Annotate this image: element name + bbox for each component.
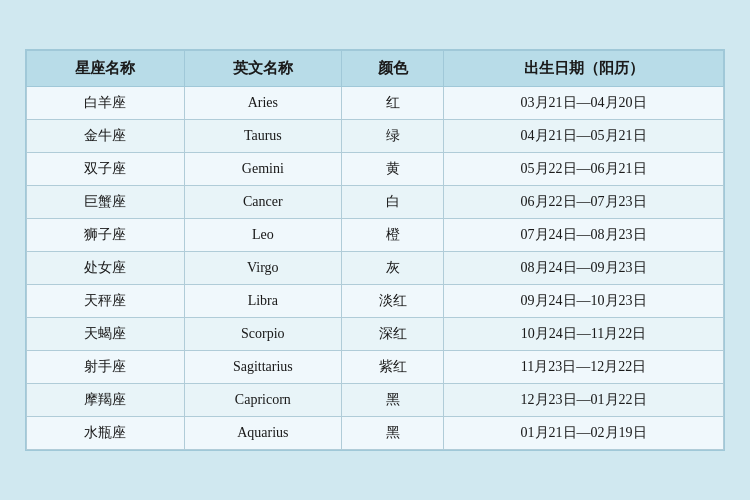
cell-color: 灰 bbox=[342, 252, 444, 285]
table-row: 双子座Gemini黄05月22日—06月21日 bbox=[27, 153, 724, 186]
table-row: 巨蟹座Cancer白06月22日—07月23日 bbox=[27, 186, 724, 219]
cell-color: 黑 bbox=[342, 384, 444, 417]
cell-dates: 10月24日—11月22日 bbox=[444, 318, 724, 351]
cell-color: 白 bbox=[342, 186, 444, 219]
cell-chinese-name: 射手座 bbox=[27, 351, 185, 384]
cell-english-name: Leo bbox=[184, 219, 342, 252]
cell-color: 绿 bbox=[342, 120, 444, 153]
cell-chinese-name: 白羊座 bbox=[27, 87, 185, 120]
cell-color: 深红 bbox=[342, 318, 444, 351]
cell-english-name: Gemini bbox=[184, 153, 342, 186]
cell-english-name: Cancer bbox=[184, 186, 342, 219]
header-chinese-name: 星座名称 bbox=[27, 51, 185, 87]
cell-english-name: Sagittarius bbox=[184, 351, 342, 384]
zodiac-table-container: 星座名称 英文名称 颜色 出生日期（阳历） 白羊座Aries红03月21日—04… bbox=[25, 49, 725, 451]
header-color: 颜色 bbox=[342, 51, 444, 87]
zodiac-table: 星座名称 英文名称 颜色 出生日期（阳历） 白羊座Aries红03月21日—04… bbox=[26, 50, 724, 450]
table-header-row: 星座名称 英文名称 颜色 出生日期（阳历） bbox=[27, 51, 724, 87]
cell-chinese-name: 摩羯座 bbox=[27, 384, 185, 417]
cell-english-name: Taurus bbox=[184, 120, 342, 153]
cell-dates: 07月24日—08月23日 bbox=[444, 219, 724, 252]
cell-chinese-name: 金牛座 bbox=[27, 120, 185, 153]
cell-chinese-name: 狮子座 bbox=[27, 219, 185, 252]
cell-chinese-name: 巨蟹座 bbox=[27, 186, 185, 219]
header-english-name: 英文名称 bbox=[184, 51, 342, 87]
header-dates: 出生日期（阳历） bbox=[444, 51, 724, 87]
cell-chinese-name: 双子座 bbox=[27, 153, 185, 186]
cell-dates: 04月21日—05月21日 bbox=[444, 120, 724, 153]
cell-dates: 09月24日—10月23日 bbox=[444, 285, 724, 318]
cell-dates: 03月21日—04月20日 bbox=[444, 87, 724, 120]
cell-english-name: Libra bbox=[184, 285, 342, 318]
cell-color: 红 bbox=[342, 87, 444, 120]
cell-chinese-name: 天蝎座 bbox=[27, 318, 185, 351]
table-row: 白羊座Aries红03月21日—04月20日 bbox=[27, 87, 724, 120]
table-body: 白羊座Aries红03月21日—04月20日金牛座Taurus绿04月21日—0… bbox=[27, 87, 724, 450]
cell-english-name: Aries bbox=[184, 87, 342, 120]
cell-dates: 01月21日—02月19日 bbox=[444, 417, 724, 450]
cell-chinese-name: 天秤座 bbox=[27, 285, 185, 318]
cell-chinese-name: 处女座 bbox=[27, 252, 185, 285]
table-row: 天秤座Libra淡红09月24日—10月23日 bbox=[27, 285, 724, 318]
table-row: 水瓶座Aquarius黑01月21日—02月19日 bbox=[27, 417, 724, 450]
table-row: 天蝎座Scorpio深红10月24日—11月22日 bbox=[27, 318, 724, 351]
cell-color: 橙 bbox=[342, 219, 444, 252]
cell-dates: 05月22日—06月21日 bbox=[444, 153, 724, 186]
table-row: 狮子座Leo橙07月24日—08月23日 bbox=[27, 219, 724, 252]
table-row: 金牛座Taurus绿04月21日—05月21日 bbox=[27, 120, 724, 153]
cell-chinese-name: 水瓶座 bbox=[27, 417, 185, 450]
cell-english-name: Aquarius bbox=[184, 417, 342, 450]
cell-dates: 08月24日—09月23日 bbox=[444, 252, 724, 285]
cell-color: 黄 bbox=[342, 153, 444, 186]
cell-dates: 12月23日—01月22日 bbox=[444, 384, 724, 417]
table-row: 处女座Virgo灰08月24日—09月23日 bbox=[27, 252, 724, 285]
cell-dates: 06月22日—07月23日 bbox=[444, 186, 724, 219]
cell-color: 黑 bbox=[342, 417, 444, 450]
cell-dates: 11月23日—12月22日 bbox=[444, 351, 724, 384]
table-row: 摩羯座Capricorn黑12月23日—01月22日 bbox=[27, 384, 724, 417]
cell-color: 淡红 bbox=[342, 285, 444, 318]
cell-english-name: Capricorn bbox=[184, 384, 342, 417]
table-row: 射手座Sagittarius紫红11月23日—12月22日 bbox=[27, 351, 724, 384]
cell-color: 紫红 bbox=[342, 351, 444, 384]
cell-english-name: Virgo bbox=[184, 252, 342, 285]
cell-english-name: Scorpio bbox=[184, 318, 342, 351]
